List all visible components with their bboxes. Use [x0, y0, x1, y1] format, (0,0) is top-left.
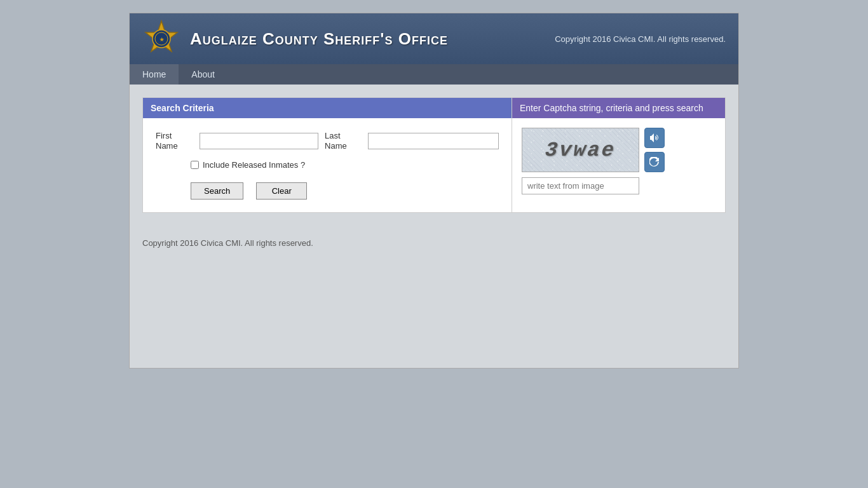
header: ★ Auglaize County Sheriff's Office Copyr…	[130, 13, 738, 64]
captcha-text-display: 3vwae	[544, 139, 616, 162]
search-criteria-header: Search Criteria	[143, 98, 512, 118]
nav-home[interactable]: Home	[130, 64, 179, 85]
include-released-row: Include Released Inmates ?	[191, 160, 499, 170]
search-right-panel: Enter Captcha string, criteria and press…	[512, 98, 725, 212]
nav-about[interactable]: About	[179, 64, 227, 85]
copyright-header: Copyright 2016 Civica CMI. All rights re…	[555, 34, 726, 44]
captcha-text-input[interactable]	[522, 177, 639, 194]
captcha-buttons	[644, 128, 665, 172]
first-name-input[interactable]	[200, 133, 318, 149]
search-button[interactable]: Search	[191, 182, 243, 200]
include-released-checkbox[interactable]	[191, 161, 199, 169]
captcha-row1: 3vwae	[522, 128, 715, 172]
footer-copyright: Copyright 2016 Civica CMI. All rights re…	[142, 238, 313, 248]
captcha-header: Enter Captcha string, criteria and press…	[512, 98, 725, 118]
last-name-label: Last Name	[325, 131, 362, 151]
search-left-panel: Search Criteria First Name Last Name Inc…	[143, 98, 512, 212]
nav: Home About	[130, 64, 738, 85]
footer: Copyright 2016 Civica CMI. All rights re…	[130, 226, 738, 261]
clear-button[interactable]: Clear	[256, 182, 307, 200]
include-released-label: Include Released Inmates ?	[203, 160, 305, 170]
badge-icon: ★	[142, 20, 180, 58]
header-left: ★ Auglaize County Sheriff's Office	[142, 20, 448, 58]
first-name-label: First Name	[156, 131, 193, 151]
last-name-input[interactable]	[368, 133, 499, 149]
captcha-refresh-button[interactable]	[644, 152, 665, 172]
site-title: Auglaize County Sheriff's Office	[190, 29, 448, 49]
captcha-content: 3vwae	[512, 118, 725, 204]
captcha-audio-button[interactable]	[644, 128, 665, 148]
main-content: Search Criteria First Name Last Name Inc…	[142, 97, 726, 213]
name-fields-row: First Name Last Name	[156, 131, 499, 151]
app-wrapper: ★ Auglaize County Sheriff's Office Copyr…	[129, 13, 739, 369]
button-row: Search Clear	[191, 182, 499, 200]
captcha-image: 3vwae	[522, 128, 639, 172]
search-form-body: First Name Last Name Include Released In…	[143, 118, 512, 212]
svg-text:★: ★	[159, 37, 165, 43]
search-panel: Search Criteria First Name Last Name Inc…	[143, 98, 725, 212]
